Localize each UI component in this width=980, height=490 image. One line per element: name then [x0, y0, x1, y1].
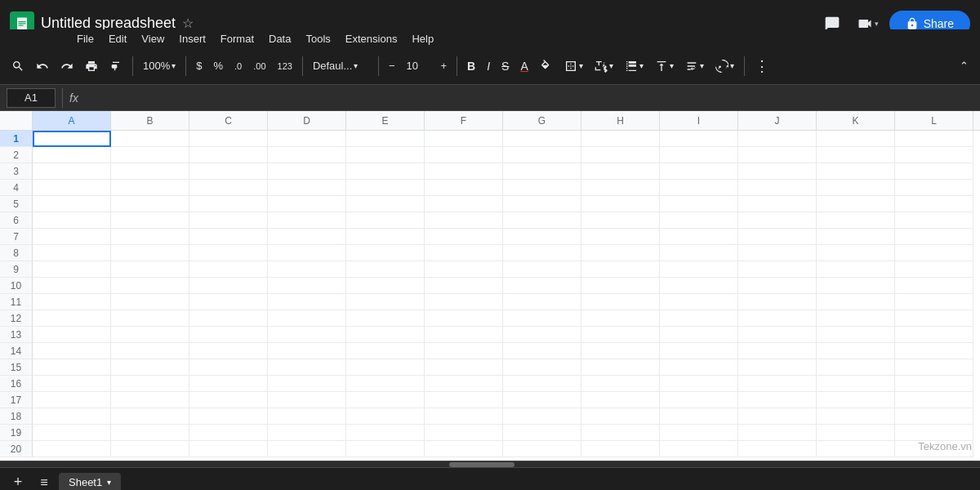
- cell-A14[interactable]: [33, 343, 111, 359]
- cell-K1[interactable]: [817, 131, 895, 147]
- cell-D13[interactable]: [268, 327, 346, 343]
- menu-item-data[interactable]: Data: [262, 31, 297, 47]
- cell-B19[interactable]: [111, 425, 189, 441]
- cell-B4[interactable]: [111, 180, 189, 196]
- cell-C1[interactable]: [189, 131, 268, 147]
- row-num-19[interactable]: 19: [0, 425, 33, 441]
- cell-D15[interactable]: [268, 359, 346, 376]
- horizontal-scrollbar[interactable]: [0, 461, 980, 467]
- menu-item-extensions[interactable]: Extensions: [339, 31, 404, 47]
- font-family-dropdown[interactable]: Defaul... ▾: [308, 53, 373, 79]
- cell-F15[interactable]: [425, 359, 503, 376]
- align-vertical-button[interactable]: ▾: [650, 53, 679, 79]
- merge-cells-button[interactable]: ▾: [590, 53, 618, 79]
- cell-E16[interactable]: [346, 376, 425, 392]
- cell-L14[interactable]: [895, 343, 973, 359]
- cell-H15[interactable]: [581, 359, 660, 376]
- cell-H14[interactable]: [581, 343, 660, 359]
- cell-J16[interactable]: [738, 376, 817, 392]
- align-horizontal-button[interactable]: ▾: [620, 53, 648, 79]
- cell-A1[interactable]: [33, 131, 111, 147]
- paint-format-button[interactable]: [105, 53, 127, 79]
- col-header-G[interactable]: G: [503, 111, 581, 130]
- cell-J19[interactable]: [738, 425, 817, 441]
- cell-B9[interactable]: [111, 261, 189, 278]
- menu-item-view[interactable]: View: [135, 31, 171, 47]
- cell-I3[interactable]: [660, 163, 738, 180]
- cell-G10[interactable]: [503, 278, 581, 294]
- cell-A18[interactable]: [33, 408, 111, 425]
- undo-button[interactable]: [31, 53, 54, 79]
- sheets-list-button[interactable]: ≡: [33, 471, 56, 491]
- zoom-dropdown[interactable]: 100% ▾: [138, 53, 180, 79]
- cell-K12[interactable]: [817, 310, 895, 327]
- cell-C2[interactable]: [189, 147, 268, 163]
- cell-H3[interactable]: [581, 163, 660, 180]
- row-num-10[interactable]: 10: [0, 278, 33, 294]
- cell-F20[interactable]: [425, 441, 503, 457]
- decrease-decimal-button[interactable]: .0: [229, 53, 247, 79]
- row-num-16[interactable]: 16: [0, 376, 33, 392]
- cell-J4[interactable]: [738, 180, 817, 196]
- row-num-7[interactable]: 7: [0, 229, 33, 245]
- cell-J11[interactable]: [738, 294, 817, 310]
- cell-H1[interactable]: [581, 131, 660, 147]
- cell-I1[interactable]: [660, 131, 738, 147]
- cell-D12[interactable]: [268, 310, 346, 327]
- cell-G9[interactable]: [503, 261, 581, 278]
- cell-G7[interactable]: [503, 229, 581, 245]
- cell-H11[interactable]: [581, 294, 660, 310]
- cell-L17[interactable]: [895, 392, 973, 408]
- row-num-1[interactable]: 1: [0, 131, 33, 147]
- cell-H18[interactable]: [581, 408, 660, 425]
- cell-L3[interactable]: [895, 163, 973, 180]
- menu-item-edit[interactable]: Edit: [102, 31, 133, 47]
- cell-J5[interactable]: [738, 196, 817, 212]
- cell-G19[interactable]: [503, 425, 581, 441]
- cell-E8[interactable]: [346, 245, 425, 261]
- col-header-E[interactable]: E: [346, 111, 425, 130]
- cell-K16[interactable]: [817, 376, 895, 392]
- cell-K2[interactable]: [817, 147, 895, 163]
- cell-K7[interactable]: [817, 229, 895, 245]
- cell-G20[interactable]: [503, 441, 581, 457]
- cell-L7[interactable]: [895, 229, 973, 245]
- cell-K13[interactable]: [817, 327, 895, 343]
- cell-J17[interactable]: [738, 392, 817, 408]
- col-header-B[interactable]: B: [111, 111, 189, 130]
- cell-I15[interactable]: [660, 359, 738, 376]
- search-button[interactable]: [7, 53, 29, 79]
- cell-F4[interactable]: [425, 180, 503, 196]
- cell-C13[interactable]: [189, 327, 268, 343]
- cell-H20[interactable]: [581, 441, 660, 457]
- cell-L13[interactable]: [895, 327, 973, 343]
- row-num-4[interactable]: 4: [0, 180, 33, 196]
- cell-L12[interactable]: [895, 310, 973, 327]
- cell-G13[interactable]: [503, 327, 581, 343]
- cell-C5[interactable]: [189, 196, 268, 212]
- cell-J14[interactable]: [738, 343, 817, 359]
- text-rotation-button[interactable]: ▾: [710, 53, 739, 79]
- cell-E13[interactable]: [346, 327, 425, 343]
- cell-J10[interactable]: [738, 278, 817, 294]
- cell-L5[interactable]: [895, 196, 973, 212]
- cell-B14[interactable]: [111, 343, 189, 359]
- menu-item-file[interactable]: File: [70, 31, 100, 47]
- cell-G16[interactable]: [503, 376, 581, 392]
- cell-D19[interactable]: [268, 425, 346, 441]
- cell-I10[interactable]: [660, 278, 738, 294]
- menu-item-format[interactable]: Format: [214, 31, 261, 47]
- cell-G5[interactable]: [503, 196, 581, 212]
- cell-H5[interactable]: [581, 196, 660, 212]
- cell-F9[interactable]: [425, 261, 503, 278]
- cell-K17[interactable]: [817, 392, 895, 408]
- cell-I6[interactable]: [660, 212, 738, 229]
- cell-I17[interactable]: [660, 392, 738, 408]
- cell-C6[interactable]: [189, 212, 268, 229]
- cell-E3[interactable]: [346, 163, 425, 180]
- col-header-J[interactable]: J: [738, 111, 817, 130]
- cell-L11[interactable]: [895, 294, 973, 310]
- star-icon[interactable]: ☆: [182, 16, 194, 31]
- cell-G1[interactable]: [503, 131, 581, 147]
- cell-E9[interactable]: [346, 261, 425, 278]
